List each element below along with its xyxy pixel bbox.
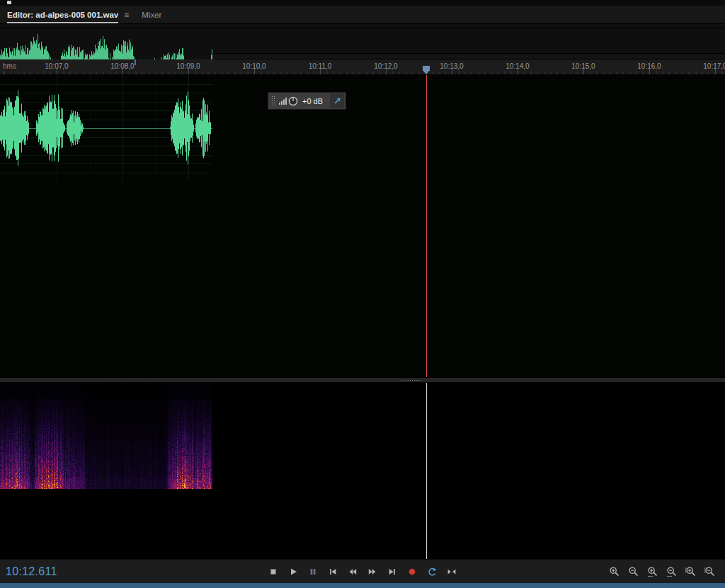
ruler-time-label: 10:17,0 xyxy=(703,62,725,70)
loop-playback-icon xyxy=(427,567,437,577)
ruler-time-label: 10:07,0 xyxy=(45,62,68,70)
volume-knob[interactable] xyxy=(287,96,299,107)
zoom-out-button[interactable] xyxy=(626,564,641,580)
ruler-unit-label: hms xyxy=(3,62,16,70)
pause-icon xyxy=(308,567,318,577)
editor-tab-label: Editor: ad-alpes-005 001.wav xyxy=(7,11,118,19)
skip-previous-icon xyxy=(328,567,338,577)
skip-next-icon xyxy=(387,567,397,577)
zoom-in-amplitude-icon xyxy=(685,566,697,577)
ruler-minor-ticks xyxy=(0,71,725,74)
record-button[interactable] xyxy=(404,564,420,580)
panel-menu-icon[interactable]: ≡ xyxy=(124,10,129,20)
overview-waveform-strip[interactable] xyxy=(0,28,725,54)
zoom-in-button[interactable] xyxy=(607,564,622,580)
window-bottom-edge xyxy=(0,583,725,588)
zoom-in-time-button[interactable] xyxy=(645,564,661,580)
zoom-in-amplitude-button[interactable] xyxy=(683,564,699,580)
window-chrome-fragment xyxy=(7,1,11,4)
skip-selection-icon xyxy=(447,567,457,577)
playhead-line[interactable] xyxy=(426,75,427,377)
play-button[interactable] xyxy=(285,564,301,580)
loop-playback-button[interactable] xyxy=(424,564,440,580)
tab-mixer[interactable]: Mixer xyxy=(142,6,161,23)
fast-forward-button[interactable] xyxy=(365,564,380,580)
ruler-time-label: 10:16,0 xyxy=(637,62,661,70)
mixer-tab-label: Mixer xyxy=(142,11,161,19)
window-top-edge xyxy=(0,0,725,6)
ruler-time-label: 10:15,0 xyxy=(571,62,595,70)
status-bar: 10:12.611 xyxy=(0,559,725,583)
pause-button[interactable] xyxy=(305,564,321,580)
transport-controls xyxy=(266,564,459,580)
spectrogram-canvas[interactable] xyxy=(0,383,212,489)
skip-next-button[interactable] xyxy=(384,564,400,580)
hud-drag-handle[interactable] xyxy=(271,96,275,106)
rewind-icon xyxy=(348,567,358,577)
ruler-time-label: 10:13,0 xyxy=(440,62,463,70)
timeline-ruler[interactable]: hms 10:07,010:08,010:09,010:10,010:11,01… xyxy=(0,59,725,75)
zoom-out-amplitude-button[interactable] xyxy=(702,564,718,580)
fast-forward-icon xyxy=(367,567,377,577)
gain-value: +0 dB xyxy=(302,97,323,105)
ruler-time-label: 10:09,0 xyxy=(176,62,200,70)
zoom-out-time-icon xyxy=(666,566,678,577)
skip-selection-button[interactable] xyxy=(444,564,459,580)
zoom-out-amplitude-icon xyxy=(704,566,716,577)
pin-hud-icon[interactable] xyxy=(330,93,344,108)
volume-hud[interactable]: +0 dB xyxy=(268,92,346,110)
rewind-button[interactable] xyxy=(345,564,360,580)
zoom-out-icon xyxy=(628,566,639,577)
record-icon xyxy=(407,567,417,577)
playhead-line-spectrogram xyxy=(426,383,427,559)
waveform-display[interactable]: +0 dB xyxy=(0,75,725,377)
stop-button[interactable] xyxy=(266,564,281,580)
play-icon xyxy=(288,567,298,577)
marker-tick xyxy=(135,59,136,65)
zoom-out-time-button[interactable] xyxy=(664,564,680,580)
ruler-time-label: 10:08,0 xyxy=(110,62,134,70)
ruler-time-label: 10:11,0 xyxy=(309,62,332,70)
audition-window: Editor: ad-alpes-005 001.wav ≡ Mixer hms… xyxy=(0,0,725,588)
splitter-grip[interactable] xyxy=(401,379,422,382)
current-time-display[interactable]: 10:12.611 xyxy=(6,565,57,578)
spectrogram-display[interactable] xyxy=(0,383,725,559)
waveform-canvas[interactable] xyxy=(0,75,212,181)
skip-previous-button[interactable] xyxy=(325,564,341,580)
panel-tab-bar: Editor: ad-alpes-005 001.wav ≡ Mixer xyxy=(0,6,725,24)
panel-splitter[interactable] xyxy=(0,377,725,383)
ruler-time-label: 10:12,0 xyxy=(374,62,397,70)
zoom-controls xyxy=(607,564,718,580)
tab-editor[interactable]: Editor: ad-alpes-005 001.wav xyxy=(7,6,118,23)
levels-icon xyxy=(278,96,287,105)
ruler-time-label: 10:14,0 xyxy=(506,62,529,70)
zoom-in-icon xyxy=(609,566,620,577)
ruler-time-label: 10:10,0 xyxy=(242,62,266,70)
stop-icon xyxy=(268,567,278,577)
zoom-in-time-icon xyxy=(647,566,658,577)
